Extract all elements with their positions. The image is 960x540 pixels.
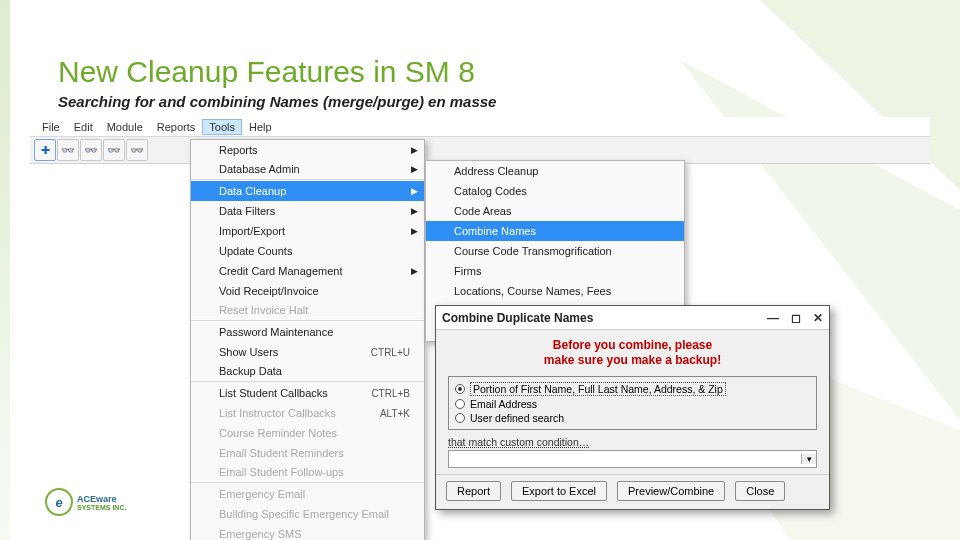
submenu-arrow-icon: ▶ — [411, 266, 418, 276]
tools-dropdown: Reports▶Database Admin▶Data Cleanup▶Data… — [190, 139, 425, 540]
bg-accent-left — [0, 0, 10, 540]
tools-item-password-maintenance[interactable]: Password Maintenance — [191, 322, 424, 342]
export-excel-button[interactable]: Export to Excel — [511, 481, 607, 501]
option-label: Email Address — [470, 398, 537, 410]
tools-item-data-cleanup[interactable]: Data Cleanup▶ — [191, 181, 424, 201]
search-mode-group: Portion of First Name, Full Last Name, A… — [448, 376, 817, 430]
option-email[interactable]: Email Address — [455, 397, 810, 411]
close-button[interactable]: Close — [735, 481, 785, 501]
cleanup-item-firms[interactable]: Firms — [426, 261, 684, 281]
tools-item-void-receipt-invoice[interactable]: Void Receipt/Invoice — [191, 281, 424, 301]
tools-item-backup-data[interactable]: Backup Data — [191, 362, 424, 382]
radio-icon — [455, 413, 465, 423]
dialog-body: Before you combine, please make sure you… — [436, 330, 829, 474]
dialog-button-row: Report Export to Excel Preview/Combine C… — [436, 474, 829, 509]
submenu-arrow-icon: ▶ — [411, 145, 418, 155]
tools-item-data-filters[interactable]: Data Filters▶ — [191, 201, 424, 221]
maximize-icon[interactable]: ◻ — [791, 311, 801, 325]
toolbar-find-black[interactable]: 👓 — [103, 139, 125, 161]
aceware-logo: e ACEware SYSTEMS INC. — [45, 488, 126, 516]
toolbar-find-yellow[interactable]: 👓 — [57, 139, 79, 161]
menu-module[interactable]: Module — [100, 119, 150, 135]
submenu-arrow-icon: ▶ — [411, 206, 418, 216]
menu-edit[interactable]: Edit — [67, 119, 100, 135]
shortcut-label: CTRL+U — [371, 347, 410, 358]
tools-item-emergency-email: Emergency Email — [191, 484, 424, 504]
toolbar-add-button[interactable]: ✚ — [34, 139, 56, 161]
page-subtitle: Searching for and combining Names (merge… — [58, 93, 496, 110]
tools-item-reports[interactable]: Reports▶ — [191, 140, 424, 160]
option-name-address[interactable]: Portion of First Name, Full Last Name, A… — [455, 381, 810, 397]
cleanup-item-catalog-codes[interactable]: Catalog Codes — [426, 181, 684, 201]
cleanup-item-course-code-transmogrification[interactable]: Course Code Transmogrification — [426, 241, 684, 261]
submenu-arrow-icon: ▶ — [411, 186, 418, 196]
tools-item-list-instructor-callbacks: List Instructor CallbacksALT+K — [191, 403, 424, 423]
cleanup-item-address-cleanup[interactable]: Address Cleanup — [426, 161, 684, 181]
tools-item-emergency-sms: Emergency SMS — [191, 524, 424, 540]
dropdown-icon[interactable]: ▾ — [801, 454, 816, 464]
option-user-defined[interactable]: User defined search — [455, 411, 810, 425]
toolbar-find-red[interactable]: 👓 — [126, 139, 148, 161]
menu-help[interactable]: Help — [242, 119, 279, 135]
cleanup-item-locations-course-names-fees[interactable]: Locations, Course Names, Fees — [426, 281, 684, 301]
dialog-titlebar[interactable]: Combine Duplicate Names — ◻ ✕ — [436, 306, 829, 330]
radio-icon — [455, 399, 465, 409]
minimize-icon[interactable]: — — [767, 311, 779, 325]
tools-item-reset-invoice-halt: Reset Invoice Halt — [191, 301, 424, 321]
tools-item-show-users[interactable]: Show UsersCTRL+U — [191, 342, 424, 362]
tools-item-import-export[interactable]: Import/Export▶ — [191, 221, 424, 241]
option-label: Portion of First Name, Full Last Name, A… — [470, 382, 726, 396]
menubar: File Edit Module Reports Tools Help — [30, 117, 930, 137]
combine-names-dialog: Combine Duplicate Names — ◻ ✕ Before you… — [435, 305, 830, 510]
report-button[interactable]: Report — [446, 481, 501, 501]
dialog-warning: Before you combine, please make sure you… — [448, 338, 817, 368]
slide: New Cleanup Features in SM 8 Searching f… — [0, 0, 960, 540]
close-icon[interactable]: ✕ — [813, 311, 823, 325]
tools-item-list-student-callbacks[interactable]: List Student CallbacksCTRL+B — [191, 383, 424, 403]
submenu-arrow-icon: ▶ — [411, 164, 418, 174]
tools-item-database-admin[interactable]: Database Admin▶ — [191, 160, 424, 180]
preview-combine-button[interactable]: Preview/Combine — [617, 481, 725, 501]
dialog-warning-line1: Before you combine, please — [448, 338, 817, 353]
dialog-title-text: Combine Duplicate Names — [442, 311, 593, 325]
custom-condition-label: that match custom condition… — [448, 436, 817, 448]
cleanup-item-combine-names[interactable]: Combine Names — [426, 221, 684, 241]
dialog-warning-line2: make sure you make a backup! — [448, 353, 817, 368]
tools-item-course-reminder-notes: Course Reminder Notes — [191, 423, 424, 443]
tools-item-update-counts[interactable]: Update Counts — [191, 241, 424, 261]
custom-condition-input[interactable]: ▾ — [448, 450, 817, 468]
radio-icon — [455, 384, 465, 394]
option-label: User defined search — [470, 412, 564, 424]
shortcut-label: ALT+K — [380, 408, 410, 419]
submenu-arrow-icon: ▶ — [411, 226, 418, 236]
tools-item-credit-card-management[interactable]: Credit Card Management▶ — [191, 261, 424, 281]
menu-file[interactable]: File — [35, 119, 67, 135]
cleanup-item-code-areas[interactable]: Code Areas — [426, 201, 684, 221]
logo-line1: ACEware — [77, 494, 117, 504]
shortcut-label: CTRL+B — [371, 388, 410, 399]
toolbar-find-green[interactable]: 👓 — [80, 139, 102, 161]
tools-item-email-student-follow-ups: Email Student Follow-ups — [191, 463, 424, 483]
page-title: New Cleanup Features in SM 8 — [58, 55, 475, 89]
logo-badge-icon: e — [45, 488, 73, 516]
logo-line2: SYSTEMS INC. — [77, 504, 126, 511]
menu-reports[interactable]: Reports — [150, 119, 203, 135]
tools-item-email-student-reminders: Email Student Reminders — [191, 443, 424, 463]
menu-tools[interactable]: Tools — [202, 119, 242, 135]
tools-item-building-specific-emergency-email: Building Specific Emergency Email — [191, 504, 424, 524]
